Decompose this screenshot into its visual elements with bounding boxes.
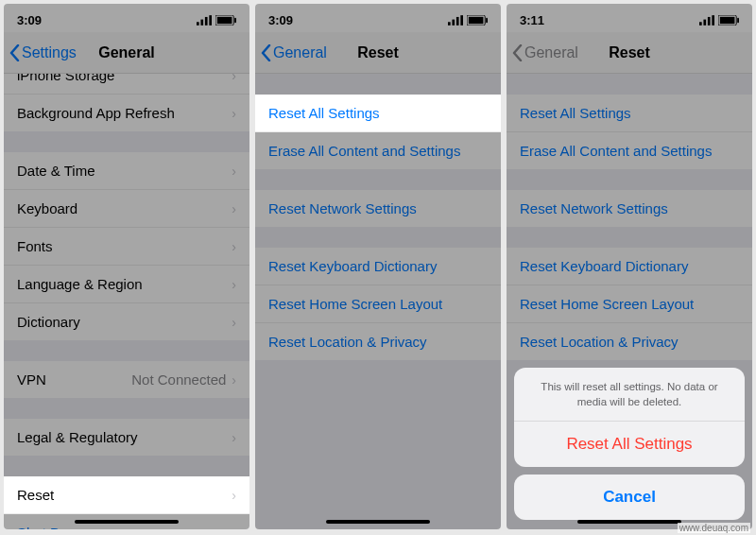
sheet-reset-button[interactable]: Reset All Settings bbox=[514, 422, 745, 467]
status-icons bbox=[699, 15, 739, 26]
cell-fonts[interactable]: Fonts› bbox=[4, 228, 249, 266]
cell-reset-location-privacy: Reset Location & Privacy bbox=[507, 323, 752, 360]
svg-rect-15 bbox=[703, 19, 706, 25]
cell-erase-all-content: Erase All Content and Settings bbox=[507, 132, 752, 169]
vpn-value: Not Connected bbox=[131, 371, 226, 388]
svg-rect-2 bbox=[205, 16, 208, 25]
svg-rect-13 bbox=[486, 17, 488, 23]
svg-rect-9 bbox=[456, 16, 459, 25]
svg-rect-1 bbox=[200, 19, 203, 25]
battery-icon bbox=[718, 15, 739, 26]
cell-vpn[interactable]: VPNNot Connected› bbox=[4, 361, 249, 398]
screen-reset: 3:09 General Reset Reset All Settings Er… bbox=[255, 4, 501, 529]
back-label: General bbox=[273, 44, 327, 61]
chevron-left-icon bbox=[9, 44, 20, 61]
screen-reset-confirm: 3:11 General Reset Reset All Settings Er… bbox=[507, 4, 752, 529]
back-label: General bbox=[524, 44, 578, 61]
cell-reset[interactable]: Reset› bbox=[4, 476, 249, 514]
reset-content: Reset All Settings Erase All Content and… bbox=[255, 74, 501, 529]
watermark: www.deuaq.com bbox=[678, 523, 750, 533]
chevron-right-icon: › bbox=[232, 106, 236, 121]
chevron-right-icon: › bbox=[232, 277, 236, 292]
cell-date-time[interactable]: Date & Time› bbox=[4, 152, 249, 190]
status-time: 3:11 bbox=[520, 13, 544, 27]
back-button[interactable]: Settings bbox=[4, 44, 77, 61]
sheet-cancel-button[interactable]: Cancel bbox=[514, 475, 745, 520]
status-time: 3:09 bbox=[268, 13, 293, 27]
back-button[interactable]: General bbox=[255, 44, 327, 61]
svg-rect-5 bbox=[217, 16, 232, 23]
battery-icon bbox=[467, 15, 488, 26]
battery-icon bbox=[215, 15, 236, 26]
svg-rect-20 bbox=[737, 17, 739, 23]
home-indicator[interactable] bbox=[326, 520, 430, 524]
chevron-right-icon: › bbox=[232, 372, 236, 388]
svg-rect-0 bbox=[197, 22, 199, 26]
cell-reset-keyboard-dict[interactable]: Reset Keyboard Dictionary bbox=[255, 248, 501, 285]
cell-reset-network[interactable]: Reset Network Settings bbox=[255, 190, 501, 227]
chevron-right-icon: › bbox=[232, 164, 236, 179]
settings-content: iPhone Storage› Background App Refresh› … bbox=[4, 74, 249, 529]
cell-reset-home-screen: Reset Home Screen Layout bbox=[507, 285, 752, 323]
status-bar: 3:09 bbox=[255, 4, 501, 32]
back-button: General bbox=[507, 44, 578, 61]
svg-rect-14 bbox=[699, 22, 702, 26]
cell-reset-location-privacy[interactable]: Reset Location & Privacy bbox=[255, 323, 501, 360]
home-indicator[interactable] bbox=[577, 520, 681, 524]
nav-bar: General Reset bbox=[255, 32, 501, 74]
svg-rect-6 bbox=[234, 17, 236, 23]
chevron-right-icon: › bbox=[232, 201, 236, 216]
status-time: 3:09 bbox=[17, 13, 42, 27]
svg-rect-7 bbox=[448, 22, 451, 26]
cell-language-region[interactable]: Language & Region› bbox=[4, 266, 249, 303]
sheet-message: This will reset all settings. No data or… bbox=[514, 368, 745, 422]
cell-dictionary[interactable]: Dictionary› bbox=[4, 303, 249, 340]
signal-icon bbox=[699, 15, 714, 26]
cell-keyboard[interactable]: Keyboard› bbox=[4, 190, 249, 228]
svg-rect-12 bbox=[469, 16, 484, 23]
svg-rect-16 bbox=[708, 16, 711, 25]
status-icons bbox=[197, 15, 236, 26]
cell-erase-all-content[interactable]: Erase All Content and Settings bbox=[255, 132, 501, 169]
svg-rect-17 bbox=[712, 15, 714, 26]
status-icons bbox=[448, 15, 488, 26]
back-label: Settings bbox=[22, 44, 77, 61]
chevron-right-icon: › bbox=[232, 239, 236, 254]
chevron-right-icon: › bbox=[232, 74, 236, 83]
cell-legal-regulatory[interactable]: Legal & Regulatory› bbox=[4, 419, 249, 456]
screen-general: 3:09 Settings General iPhone Storage› Ba… bbox=[4, 4, 249, 529]
chevron-right-icon: › bbox=[232, 430, 236, 445]
chevron-right-icon: › bbox=[232, 488, 236, 503]
chevron-left-icon bbox=[512, 44, 523, 61]
svg-rect-3 bbox=[209, 15, 212, 26]
cell-reset-all-settings: Reset All Settings bbox=[507, 95, 752, 132]
svg-rect-10 bbox=[460, 15, 463, 26]
action-sheet: This will reset all settings. No data or… bbox=[514, 368, 745, 520]
cell-reset-network: Reset Network Settings bbox=[507, 190, 752, 227]
cell-reset-keyboard-dict: Reset Keyboard Dictionary bbox=[507, 248, 752, 285]
status-bar: 3:11 bbox=[507, 4, 752, 32]
cell-reset-all-settings[interactable]: Reset All Settings bbox=[255, 95, 501, 132]
signal-icon bbox=[197, 15, 212, 26]
signal-icon bbox=[448, 15, 463, 26]
status-bar: 3:09 bbox=[4, 4, 249, 32]
chevron-right-icon: › bbox=[232, 315, 236, 330]
svg-rect-8 bbox=[452, 19, 455, 25]
cell-iphone-storage[interactable]: iPhone Storage› bbox=[4, 74, 249, 95]
chevron-left-icon bbox=[261, 44, 271, 61]
cell-background-app-refresh[interactable]: Background App Refresh› bbox=[4, 95, 249, 131]
nav-bar: Settings General bbox=[4, 32, 249, 74]
svg-rect-19 bbox=[720, 16, 735, 23]
home-indicator[interactable] bbox=[75, 520, 179, 524]
nav-bar: General Reset bbox=[507, 32, 752, 74]
cell-reset-home-screen[interactable]: Reset Home Screen Layout bbox=[255, 285, 501, 323]
